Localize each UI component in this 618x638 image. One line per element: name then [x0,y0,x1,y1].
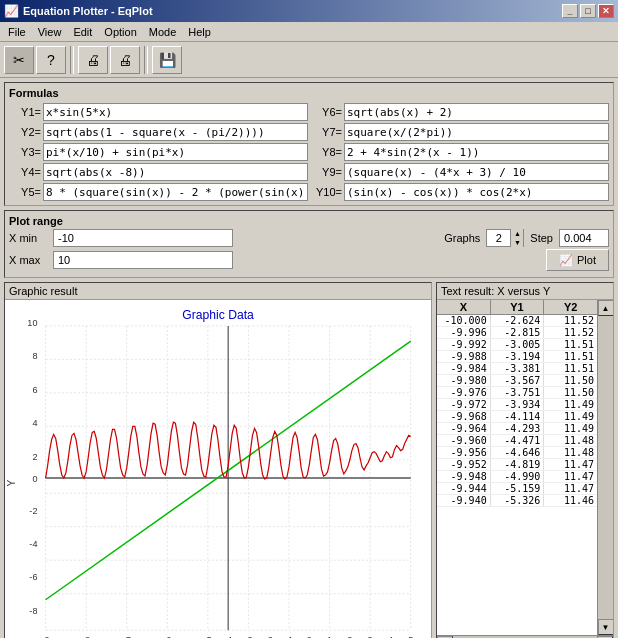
svg-text:10: 10 [27,318,37,328]
formula-input-y1[interactable] [43,103,308,121]
toolbar-separator [70,46,74,74]
xmin-label: X min [9,232,49,244]
table-cell: 11.51 [544,339,597,350]
table-cell: 11.49 [544,399,597,410]
table-cell: -4.471 [491,435,545,446]
table-cell: -4.819 [491,459,545,470]
table-cell: -4.114 [491,411,545,422]
xmin-input[interactable] [53,229,233,247]
spinner-down[interactable]: ▼ [511,238,523,247]
app-icon: 📈 [4,4,19,18]
table-row: -9.984-3.38111.51 [437,363,597,375]
minimize-button[interactable]: _ [562,4,578,18]
plot-range-section: Plot range X min Graphs 2 ▲ ▼ Step X max [4,210,614,278]
table-cell: -2.815 [491,327,545,338]
xmax-row: X max 📈 Plot [9,249,609,271]
menu-mode[interactable]: Mode [143,24,183,40]
cut-button[interactable]: ✂ [4,46,34,74]
window-title: Equation Plotter - EqPlot [23,5,562,17]
help-button[interactable]: ? [36,46,66,74]
table-cell: -5.159 [491,483,545,494]
formula-input-y7[interactable] [344,123,609,141]
table-cell: -9.992 [437,339,491,350]
svg-text:-4: -4 [29,539,37,549]
table-cell: -4.990 [491,471,545,482]
table-cell: -3.381 [491,363,545,374]
svg-text:2: 2 [32,452,37,462]
table-cell: 11.51 [544,363,597,374]
formula-input-y8[interactable] [344,143,609,161]
table-cell: -3.934 [491,399,545,410]
table-cell: -9.984 [437,363,491,374]
print-button[interactable]: 🖨 [78,46,108,74]
formula-row-y9: Y9= [310,163,609,181]
save-button[interactable]: 💾 [152,46,182,74]
print2-button[interactable]: 🖨 [110,46,140,74]
formula-label-y8: Y8= [310,146,342,158]
formula-input-y6[interactable] [344,103,609,121]
graphs-spinner: 2 ▲ ▼ [486,229,524,247]
table-cell: 11.52 [544,315,597,326]
menu-option[interactable]: Option [98,24,142,40]
table-cell: 11.48 [544,435,597,446]
table-row: -9.960-4.47111.48 [437,435,597,447]
formula-label-y6: Y6= [310,106,342,118]
table-cell: -10.000 [437,315,491,326]
menu-file[interactable]: File [2,24,32,40]
table-cell: -3.567 [491,375,545,386]
xmax-label: X max [9,254,49,266]
scroll-down-button[interactable]: ▼ [598,619,614,635]
scroll-up-button[interactable]: ▲ [598,300,614,316]
window-controls: _ □ ✕ [562,4,614,18]
formula-label-y4: Y4= [9,166,41,178]
table-row: -10.000-2.62411.52 [437,315,597,327]
menu-bar: File View Edit Option Mode Help [0,22,618,42]
spinner-buttons: ▲ ▼ [511,229,523,247]
step-label: Step [530,232,553,244]
formula-input-y10[interactable] [344,183,609,201]
table-row: -9.996-2.81511.52 [437,327,597,339]
toolbar-separator2 [144,46,148,74]
toolbar: ✂ ? 🖨 🖨 💾 [0,42,618,78]
formula-input-y9[interactable] [344,163,609,181]
formula-input-y3[interactable] [43,143,308,161]
table-row: -9.968-4.11411.49 [437,411,597,423]
col-y1: Y1 [491,300,545,314]
formula-input-y4[interactable] [43,163,308,181]
formula-label-y2: Y2= [9,126,41,138]
plot-range-label: Plot range [9,215,609,227]
table-cell: -9.964 [437,423,491,434]
plot-button[interactable]: 📈 Plot [546,249,609,271]
xmax-input[interactable] [53,251,233,269]
table-row: -9.952-4.81911.47 [437,459,597,471]
menu-edit[interactable]: Edit [67,24,98,40]
formula-row-y3: Y3= [9,143,308,161]
vertical-scrollbar[interactable]: ▲ ▼ [597,300,613,635]
menu-view[interactable]: View [32,24,68,40]
table-cell: -9.988 [437,351,491,362]
table-cell: -5.326 [491,495,545,506]
close-button[interactable]: ✕ [598,4,614,18]
graphs-label: Graphs [444,232,480,244]
formula-row-y7: Y7= [310,123,609,141]
menu-help[interactable]: Help [182,24,217,40]
title-bar: 📈 Equation Plotter - EqPlot _ □ ✕ [0,0,618,22]
table-row: -9.992-3.00511.51 [437,339,597,351]
formula-row-y8: Y8= [310,143,609,161]
svg-text:-8: -8 [29,606,37,616]
step-input[interactable] [559,229,609,247]
formula-row-y1: Y1= [9,103,308,121]
formula-label-y10: Y10= [310,186,342,198]
table-cell: -9.956 [437,447,491,458]
spinner-up[interactable]: ▲ [511,229,523,238]
table-cell: -9.944 [437,483,491,494]
formula-input-y2[interactable] [43,123,308,141]
formula-input-y5[interactable] [43,183,308,201]
svg-text:6: 6 [32,385,37,395]
table-cell: -4.646 [491,447,545,458]
maximize-button[interactable]: □ [580,4,596,18]
table-cell: 11.47 [544,471,597,482]
table-body[interactable]: -10.000-2.62411.52-9.996-2.81511.52-9.99… [437,315,597,635]
table-cell: -9.968 [437,411,491,422]
formula-label-y1: Y1= [9,106,41,118]
